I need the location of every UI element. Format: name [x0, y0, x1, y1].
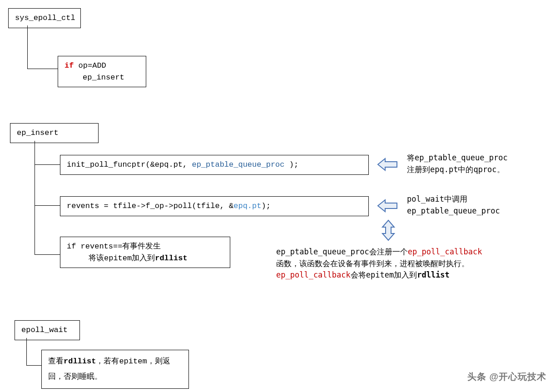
- explain-1-l2: 注册到epq.pt中的qproc。: [407, 165, 505, 174]
- explain-3-l3-bold: rdllist: [417, 270, 450, 279]
- box-wait-body: 查看rdllist，若有epitem，则返回，否则睡眠。: [41, 350, 189, 389]
- keyword-if: if: [64, 61, 74, 70]
- code-init-pre: init_poll_funcptr(&epq.pt,: [67, 160, 192, 169]
- watermark: 头条 @开心玩技术: [467, 371, 546, 383]
- connector-h2b: [35, 205, 60, 206]
- code-revents-arg: epq.pt: [233, 202, 261, 210]
- wait-body-bold: rdllist: [64, 357, 96, 366]
- body-revents-bold: rdllist: [155, 254, 187, 263]
- explain-3-l2: 函数，该函数会在设备有事件到来，进程被唤醒时执行。: [276, 259, 469, 268]
- svg-marker-2: [382, 220, 394, 240]
- explain-2-l2: ep_ptable_queue_proc: [407, 206, 500, 215]
- code-revents-pre: revents = tfile->f_op->poll(tfile, &: [67, 202, 233, 210]
- explain-2: pol_wait中调用 ep_ptable_queue_proc: [407, 194, 552, 217]
- box-init-poll-funcptr: init_poll_funcptr(&epq.pt, ep_ptable_que…: [60, 155, 369, 175]
- connector-v3: [26, 338, 27, 365]
- code-init-fn: ep_ptable_queue_proc: [192, 160, 284, 169]
- explain-3-l3-mid: 会将epitem加入到: [351, 270, 417, 279]
- explain-3-l1-red: ep_poll_callback: [408, 247, 482, 256]
- cond-revents: if revents==有事件发生: [67, 242, 161, 251]
- explain-1-l1: 将ep_ptable_queue_proc: [407, 153, 508, 162]
- body-revents-pre: 将该epitem加入到: [89, 254, 155, 263]
- connector-v2: [35, 141, 35, 254]
- code-init-post: );: [285, 160, 299, 169]
- connector-h2a: [35, 164, 60, 165]
- box-sys-epoll-ctl: sys_epoll_ctl: [8, 8, 81, 28]
- explain-2-l1: pol_wait中调用: [407, 194, 467, 203]
- svg-marker-1: [378, 200, 397, 212]
- connector-h2c: [35, 254, 60, 255]
- box-revents-poll: revents = tfile->f_op->poll(tfile, &epq.…: [60, 196, 369, 216]
- label-epoll-wait: epoll_wait: [21, 326, 68, 334]
- label-ep-insert: ep_insert: [17, 129, 59, 137]
- body-ep-insert: ep_insert: [64, 72, 124, 84]
- cond-op-add: op=ADD: [74, 61, 106, 70]
- explain-3: ep_ptable_queue_proc会注册一个ep_poll_callbac…: [276, 246, 550, 281]
- connector-h1: [27, 69, 58, 69]
- connector-h3: [26, 365, 41, 366]
- connector-v1: [27, 25, 28, 69]
- box-if-op-add: if op=ADD ep_insert: [58, 56, 146, 87]
- code-revents-post: );: [261, 202, 270, 210]
- box-ep-insert: ep_insert: [10, 123, 99, 143]
- arrow-left-2: [377, 198, 399, 213]
- box-epoll-wait: epoll_wait: [15, 320, 80, 340]
- arrow-updown: [381, 219, 396, 241]
- box-if-revents: if revents==有事件发生 将该epitem加入到rdllist: [60, 237, 230, 268]
- svg-marker-0: [378, 159, 397, 170]
- wait-body-pre: 查看: [48, 357, 64, 366]
- label-sys-epoll-ctl: sys_epoll_ctl: [15, 14, 75, 22]
- explain-1: 将ep_ptable_queue_proc 注册到epq.pt中的qproc。: [407, 152, 552, 175]
- explain-3-l1-pre: ep_ptable_queue_proc会注册一个: [276, 247, 408, 256]
- explain-3-l3-red: ep_poll_callback: [276, 270, 351, 279]
- arrow-left-1: [377, 157, 399, 172]
